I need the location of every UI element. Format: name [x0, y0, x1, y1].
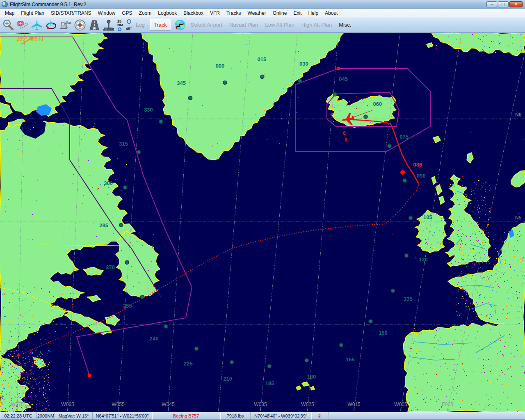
globe-route-icon[interactable] [173, 18, 187, 32]
compass-bearing-label: 000 [216, 63, 225, 69]
chart-tools-icon[interactable] [16, 18, 29, 32]
compass-bearing-label: 090 [417, 173, 426, 179]
compass-dot [391, 289, 395, 293]
compass-dot [140, 295, 144, 299]
aircraft-icon[interactable] [30, 18, 43, 32]
menu-item-map[interactable]: Map [2, 9, 18, 17]
map-canvas[interactable]: W075W065W055W045W035W025W015W005E005N6N5… [0, 33, 525, 412]
menu-item-vfr[interactable]: VFR [207, 9, 223, 17]
compass-dot [364, 115, 368, 119]
longitude-label: E005 [442, 402, 453, 407]
compass-bearing-label: 345 [177, 80, 186, 86]
app-icon [2, 1, 8, 7]
current-track-label: 086 [413, 162, 422, 168]
compass-bearing-label: 075 [399, 134, 409, 140]
compass-bearing-label: 060 [373, 101, 382, 107]
misc-button[interactable]: Misc. [336, 22, 354, 28]
clock-icon [127, 19, 131, 24]
maximize-button[interactable]: ▢ [498, 1, 509, 7]
high-alt-plan-button[interactable]: High Alt Plan [299, 22, 335, 28]
compass-bearing-label: 225 [184, 361, 193, 367]
menu-item-gps[interactable]: GPS [119, 9, 135, 17]
title-bar: FlightSim Commander 9.5.1_Rev.2 – ▢ ✕ [0, 0, 525, 9]
compass-dot [260, 75, 264, 79]
compass-dot [403, 179, 406, 183]
compass-bearing-label: 150 [379, 330, 388, 336]
status-cell-0: 02:22:28 UTC [0, 412, 37, 420]
compass-bearing-label: 315 [119, 141, 128, 147]
compass-bearing-label: 240 [150, 336, 159, 342]
longitude-label: W015 [347, 402, 361, 407]
longitude-label: W065 [61, 402, 74, 407]
compass-bearing-label: 270 [106, 264, 115, 270]
menu-item-zoom[interactable]: Zoom [136, 9, 155, 17]
status-cell-1: 2000NM [37, 412, 55, 420]
compass-dot [123, 186, 127, 189]
longitude-label: W055 [112, 402, 125, 407]
menu-item-flight-plan[interactable]: Flight Plan [18, 9, 48, 17]
compass-dot [298, 79, 302, 82]
compass-dot [125, 260, 129, 264]
clock-icon [118, 27, 121, 31]
close-button[interactable]: ✕ [509, 1, 523, 7]
menu-item-help[interactable]: Help [305, 9, 322, 17]
compass-dot [195, 347, 199, 350]
compass-dot [230, 361, 234, 364]
joystick-icon[interactable] [102, 18, 115, 32]
log-button[interactable]: Log [133, 22, 147, 28]
longitude-label: W035 [254, 402, 267, 407]
compass-bearing-label: 105 [423, 214, 432, 220]
track-origin-dot [17, 354, 20, 356]
longitude-label: W045 [162, 402, 175, 407]
compass-bearing-label: 195 [265, 380, 274, 386]
menu-item-tracks[interactable]: Tracks [223, 9, 244, 17]
airport-search-icon[interactable] [2, 18, 15, 32]
compass-bearing-label: 120 [419, 256, 428, 262]
navaid-plan-button[interactable]: Navaid Plan [226, 22, 261, 28]
zoom-range-icon[interactable]: 25 NM 45" [116, 18, 132, 32]
compass-bearing-label: 135 [404, 296, 413, 302]
compass-dot [119, 223, 123, 227]
latitude-label: N5 [515, 215, 522, 221]
status-cell-3: N64°07'51'' - W021°56'00'' [93, 412, 152, 420]
svg-text:36: 36 [93, 27, 96, 30]
compass-bearing-label: 210 [223, 376, 232, 382]
longitude-label: W005 [394, 402, 407, 407]
compass-dot [333, 93, 337, 96]
runway-icon[interactable]: 36 [88, 18, 101, 32]
fuel-planner-icon[interactable] [59, 18, 72, 32]
status-bar: 02:22:28 UTC2000NMMagVar: W 16°N64°07'51… [0, 412, 525, 420]
compass-bearing-label: 180 [307, 374, 316, 380]
low-alt-plan-button[interactable]: Low Alt Plan [262, 22, 297, 28]
map-svg: W075W065W055W045W035W025W015W005E005N6N5… [0, 33, 525, 412]
menu-item-about[interactable]: About [322, 9, 341, 17]
menu-item-online[interactable]: Online [269, 9, 290, 17]
compass-dot [339, 343, 343, 347]
status-cell-2: MagVar: W 16° [55, 412, 93, 420]
menu-item-window[interactable]: Window [95, 9, 119, 17]
longitude-label: W075 [11, 402, 24, 407]
status-cell-4: Boeing B757 [152, 412, 220, 420]
waypoint-dot [88, 374, 91, 377]
track-button[interactable]: Track [150, 19, 171, 30]
menu-item-exit[interactable]: Exit [290, 9, 305, 17]
menu-bar: MapFlight PlanSID/STAR/TRANSWindowGPSZoo… [0, 9, 525, 17]
compass-dot [409, 216, 412, 220]
zoom-angle-label: 45" [126, 27, 132, 31]
waypoint-dot [337, 67, 340, 71]
holding-pattern-icon[interactable] [45, 18, 58, 32]
compass-dot [405, 254, 409, 258]
aircraft-data-label: 6 [343, 130, 346, 136]
menu-item-sid-star-trans[interactable]: SID/STAR/TRANS [48, 9, 94, 17]
compass-bearing-label: 045 [339, 76, 348, 82]
compass-bearing-label: 300 [104, 180, 113, 186]
aircraft-data-label: 0 [345, 137, 347, 143]
compass-bearing-label: 015 [257, 56, 266, 62]
compass-icon[interactable] [73, 18, 87, 32]
menu-item-blackbox[interactable]: Blackbox [180, 9, 207, 17]
menu-item-weather[interactable]: Weather [244, 9, 269, 17]
select-airport-button[interactable]: Select Airport [188, 22, 225, 28]
menu-item-logbook[interactable]: Logbook [155, 9, 180, 17]
minimize-button[interactable]: – [486, 1, 497, 7]
zoom-unit-label: NM [117, 23, 123, 27]
